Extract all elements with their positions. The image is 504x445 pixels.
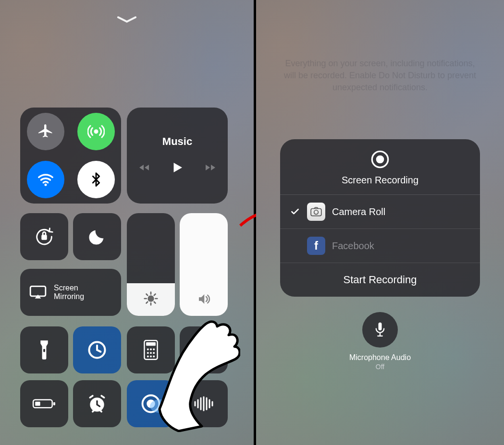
microphone-toggle-button[interactable]: [362, 312, 398, 348]
screen-mirroring-button[interactable]: Screen Mirroring: [20, 269, 121, 316]
music-widget[interactable]: Music: [127, 108, 228, 204]
svg-point-16: [150, 356, 152, 358]
svg-rect-20: [53, 402, 55, 405]
antenna-icon: [87, 123, 105, 140]
mic-status: Off: [349, 363, 411, 371]
mirroring-label-2: Mirroring: [54, 292, 84, 301]
chevron-down-icon[interactable]: [116, 15, 137, 24]
svg-point-24: [147, 399, 155, 408]
svg-point-11: [153, 349, 155, 350]
flashlight-button[interactable]: [20, 326, 68, 373]
orientation-lock-icon: [33, 226, 55, 248]
svg-rect-21: [35, 402, 40, 406]
checkmark-icon: [290, 207, 300, 216]
photos-app-icon: [307, 203, 325, 221]
svg-rect-35: [311, 209, 321, 216]
mic-label: Microphone Audio: [349, 353, 411, 362]
camera-button[interactable]: [180, 326, 228, 373]
timer-button[interactable]: [73, 326, 121, 373]
svg-point-18: [200, 348, 207, 354]
orientation-lock-button[interactable]: [20, 213, 68, 260]
svg-rect-8: [146, 342, 156, 346]
next-track-icon[interactable]: [204, 162, 217, 173]
option-label: Facebook: [332, 241, 374, 252]
svg-point-12: [147, 352, 149, 354]
svg-point-14: [153, 352, 155, 354]
record-icon: [141, 394, 161, 414]
control-center-panel: Music Screen Mirroring: [0, 0, 254, 445]
alarm-clock-icon: [86, 393, 108, 414]
timer-icon: [86, 339, 108, 361]
airplane-mode-button[interactable]: [27, 113, 64, 150]
brightness-icon: [143, 291, 159, 306]
moon-icon: [87, 227, 107, 246]
bluetooth-icon: [88, 170, 104, 189]
screen-recording-sheet-panel: Everything on your screen, including not…: [256, 0, 504, 445]
option-label: Camera Roll: [332, 206, 385, 217]
svg-point-10: [150, 349, 152, 350]
destination-option-camera-roll[interactable]: Camera Roll: [280, 195, 480, 229]
microphone-caption: Microphone Audio Off: [349, 353, 411, 371]
svg-point-9: [147, 349, 149, 350]
start-recording-button[interactable]: Start Recording: [280, 263, 480, 297]
voice-memo-button[interactable]: [180, 380, 228, 427]
svg-point-13: [150, 352, 152, 354]
volume-slider[interactable]: [180, 213, 228, 316]
airplane-icon: [37, 123, 54, 140]
battery-icon: [32, 397, 56, 410]
svg-rect-37: [379, 323, 382, 330]
microphone-icon: [373, 321, 387, 338]
mirroring-label-1: Screen: [54, 284, 84, 292]
svg-point-34: [376, 156, 384, 164]
svg-point-15: [147, 356, 149, 358]
waveform-icon: [193, 396, 214, 411]
svg-point-4: [148, 296, 154, 301]
svg-point-36: [314, 210, 319, 215]
volume-icon: [196, 292, 212, 306]
record-icon: [370, 150, 390, 169]
screen-recording-button[interactable]: [127, 380, 175, 427]
brightness-slider[interactable]: [127, 213, 175, 316]
music-title: Music: [162, 135, 192, 148]
camera-icon: [194, 342, 214, 358]
connectivity-group: [20, 108, 121, 204]
svg-rect-5: [43, 349, 45, 352]
destination-option-facebook[interactable]: f Facebook: [280, 229, 480, 263]
svg-point-17: [153, 356, 155, 358]
screen-recording-sheet: Screen Recording Camera Roll f Facebook …: [280, 139, 480, 297]
facebook-app-icon: f: [307, 237, 325, 255]
alarm-button[interactable]: [73, 380, 121, 427]
play-icon[interactable]: [170, 159, 184, 176]
cellular-data-button[interactable]: [77, 113, 115, 150]
calculator-icon: [144, 340, 158, 360]
recording-warning-text: Everything on your screen, including not…: [281, 58, 479, 94]
wifi-button[interactable]: [27, 161, 64, 198]
svg-rect-2: [41, 235, 47, 240]
do-not-disturb-button[interactable]: [73, 213, 121, 260]
svg-point-1: [44, 184, 47, 186]
low-power-mode-button[interactable]: [20, 380, 68, 427]
wifi-icon: [37, 170, 55, 189]
calculator-button[interactable]: [127, 326, 175, 373]
bluetooth-button[interactable]: [77, 161, 115, 198]
sheet-title: Screen Recording: [342, 175, 418, 186]
svg-point-0: [95, 130, 98, 133]
airplay-icon: [29, 285, 47, 300]
previous-track-icon[interactable]: [137, 162, 151, 173]
flashlight-icon: [39, 339, 49, 361]
start-recording-label: Start Recording: [344, 274, 417, 286]
